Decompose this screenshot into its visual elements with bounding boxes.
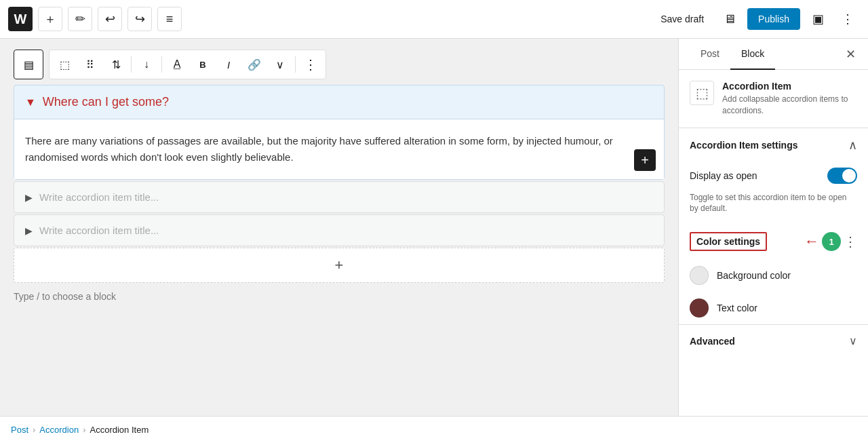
more-options-toolbar[interactable]: ⋮ (298, 52, 323, 77)
block-type-icon: ▤ (24, 58, 34, 71)
block-selector[interactable]: ▤ (14, 50, 43, 79)
text-color-button[interactable]: A (165, 52, 189, 77)
drag-icon: ⠿ (86, 58, 94, 71)
move-down-button[interactable]: ↓ (134, 52, 159, 77)
accordion-header-active[interactable]: ▼ Where can I get some? (14, 85, 664, 119)
arrow-left-icon: ← (804, 233, 819, 250)
chevron-down-icon: ∨ (276, 58, 284, 71)
breadcrumb-accordion[interactable]: Accordion (39, 425, 79, 435)
accordion-item-settings-title: Accordion Item settings (690, 140, 797, 151)
toolbar-divider-3 (295, 56, 296, 73)
background-color-row[interactable]: Background color (679, 259, 868, 292)
bold-button[interactable]: B (191, 52, 215, 77)
more-rich-text[interactable]: ∨ (268, 52, 292, 77)
block-toolbar-wrapper: ▤ ⬚ ⠿ ⇅ ↓ A (14, 50, 665, 79)
accordion-placeholder-2: Write accordion item title... (39, 225, 159, 236)
block-info-title: Accordion Item (722, 81, 857, 92)
accordion-item-collapsed-1[interactable]: ▶ Write accordion item title... (14, 181, 665, 213)
color-settings-row: Color settings ← 1 ⋮ (679, 224, 868, 259)
list-icon: ≡ (166, 12, 174, 26)
plus-icon: + (335, 256, 344, 274)
block-info: ⬚ Accordion Item Add collapsable accordi… (679, 70, 868, 128)
block-info-text: Accordion Item Add collapsable accordion… (722, 81, 857, 117)
options-button[interactable]: ⋮ (835, 7, 860, 31)
bold-icon: B (199, 60, 205, 70)
redo-icon: ↪ (135, 12, 145, 26)
display-as-open-label: Display as open (690, 170, 757, 181)
italic-button[interactable]: I (216, 52, 241, 77)
chevron-down-icon: ▼ (25, 96, 36, 109)
text-color-swatch (690, 298, 709, 317)
tab-block[interactable]: Block (730, 39, 775, 70)
block-mover-up[interactable]: ⬚ (52, 52, 77, 77)
add-block-row[interactable]: + (14, 248, 665, 283)
text-color-row[interactable]: Text color (679, 292, 868, 324)
color-settings-actions: ← 1 ⋮ (804, 232, 857, 251)
advanced-title: Advanced (690, 336, 735, 347)
undo-button[interactable]: ↩ (98, 7, 122, 31)
publish-button[interactable]: Publish (747, 8, 800, 30)
accordion-item-settings-header[interactable]: Accordion Item settings ∧ (679, 128, 868, 162)
plus-icon: + (641, 153, 649, 168)
breadcrumb-post[interactable]: Post (11, 425, 28, 435)
link-icon: 🔗 (248, 58, 261, 71)
link-button[interactable]: 🔗 (242, 52, 267, 77)
sidebar-icon: ▣ (812, 12, 824, 26)
accordion-block-icon: ⬚ (696, 85, 709, 101)
view-button[interactable]: 🖥 (717, 7, 742, 31)
main-layout: ▤ ⬚ ⠿ ⇅ ↓ A (0, 39, 868, 416)
save-draft-button[interactable]: Save draft (652, 8, 712, 30)
plus-icon: ＋ (44, 11, 56, 27)
drag-handle[interactable]: ⠿ (78, 52, 102, 77)
breadcrumb-sep-1: › (33, 425, 35, 435)
move-up-down[interactable]: ⇅ (104, 52, 128, 77)
more-options-color[interactable]: ⋮ (844, 233, 857, 250)
undo-icon: ↩ (105, 12, 115, 26)
breadcrumb: Post › Accordion › Accordion Item (0, 416, 868, 443)
chevron-right-icon: ▶ (25, 225, 33, 236)
chevron-down-icon: ∨ (849, 334, 857, 347)
color-settings-label: Color settings (690, 232, 767, 251)
sidebar: Post Block ✕ ⬚ Accordion Item Add collap… (678, 39, 868, 416)
accordion-placeholder-1: Write accordion item title... (39, 191, 159, 203)
display-as-open-toggle[interactable] (827, 168, 857, 184)
block-toolbar: ⬚ ⠿ ⇅ ↓ A B I (49, 50, 326, 79)
close-icon: ✕ (846, 47, 856, 62)
tools-button[interactable]: ✏ (68, 7, 92, 31)
collapse-icon: ∧ (848, 138, 857, 153)
monitor-icon: 🖥 (724, 12, 736, 26)
redo-button[interactable]: ↪ (127, 7, 152, 31)
tab-post[interactable]: Post (690, 39, 730, 70)
close-sidebar-button[interactable]: ✕ (841, 45, 860, 64)
background-color-swatch (690, 266, 709, 285)
annotation-badge-1: 1 (822, 232, 841, 251)
window-icon: ⬚ (60, 58, 70, 71)
content-wrapper: ▼ Where can I get some? There are many v… (14, 85, 665, 302)
background-color-label: Background color (717, 270, 791, 281)
toggle-knob (842, 169, 856, 182)
sidebar-tabs: Post Block ✕ (679, 39, 868, 70)
add-block-button[interactable]: ＋ (38, 7, 62, 31)
arrows-updown-icon: ⇅ (112, 58, 121, 71)
accordion-item-open: ▼ Where can I get some? There are many v… (14, 85, 665, 180)
document-overview-button[interactable]: ≡ (157, 7, 182, 31)
wp-logo: W (8, 7, 33, 31)
type-hint: Type / to choose a block (14, 291, 665, 302)
breadcrumb-accordion-item: Accordion Item (90, 425, 149, 435)
accordion-body-text: There are many variations of passages ar… (25, 133, 653, 166)
settings-button[interactable]: ▣ (806, 7, 830, 31)
accordion-body: There are many variations of passages ar… (14, 119, 664, 179)
italic-icon: I (227, 59, 230, 71)
accordion-item-settings-section: Accordion Item settings ∧ Display as ope… (679, 128, 868, 326)
accordion-item-collapsed-2[interactable]: ▶ Write accordion item title... (14, 214, 665, 246)
toggle-hint: Toggle to set this accordion item to be … (679, 192, 868, 225)
add-block-inline-button[interactable]: + (634, 149, 656, 171)
pencil-icon: ✏ (75, 12, 85, 26)
text-color-label: Text color (717, 303, 757, 313)
accordion-title: Where can I get some? (43, 95, 169, 109)
breadcrumb-sep-2: › (83, 425, 85, 435)
wp-logo-mark: W (14, 12, 27, 27)
text-color-icon: A (174, 58, 181, 71)
advanced-section[interactable]: Advanced ∨ (679, 325, 868, 357)
block-icon-box: ⬚ (690, 81, 714, 105)
